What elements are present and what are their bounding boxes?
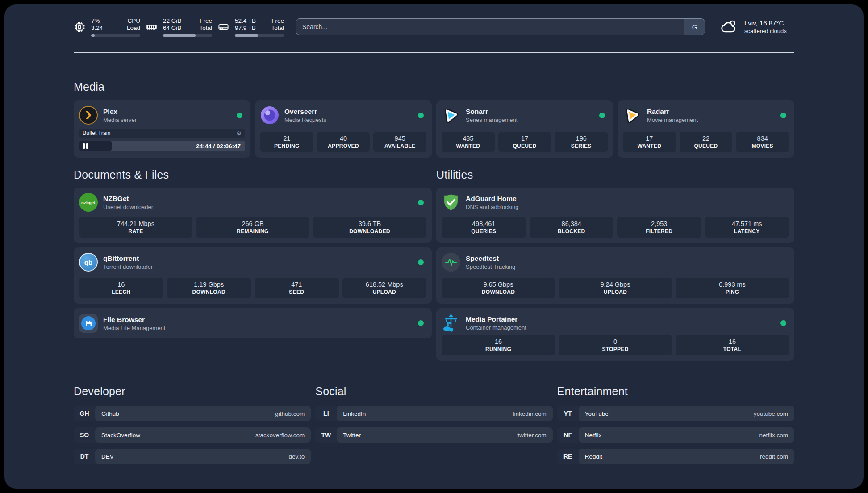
app-desc: Usenet downloader — [103, 204, 153, 211]
cpu-label: CPU — [127, 17, 140, 25]
stat-tile: 471SEED — [255, 278, 339, 298]
link-row-youtube[interactable]: YT YouTubeyoutube.com — [557, 406, 794, 421]
search-input[interactable] — [296, 19, 684, 35]
app-desc: Torrent downloader — [103, 263, 153, 271]
link-abbr: RE — [557, 449, 579, 464]
status-dot — [780, 113, 786, 118]
stat-tile: 39.6 TBDOWNLOADED — [313, 217, 426, 238]
link-abbr: DT — [74, 449, 95, 464]
link-name: StackOverflow — [101, 432, 140, 439]
app-card-adguard[interactable]: AdGuard Home DNS and adblocking 498,461Q… — [436, 188, 794, 243]
ram-progress-bar — [163, 34, 212, 37]
link-abbr: GH — [74, 406, 95, 421]
disk-total-label: Total — [271, 25, 284, 32]
documents-column: Documents & Files nzbget NZBGet Usenet d… — [74, 168, 432, 338]
app-card-speedtest[interactable]: Speedtest Speedtest Tracking 9.65 GbpsDO… — [436, 247, 794, 304]
media-cards-row: Plex Media server Bullet Train ⚙ 24:44 /… — [74, 100, 794, 158]
cpu-stat: 7%3.24 CPULoad — [74, 17, 140, 37]
developer-links: Developer GH Githubgithub.com SO StackOv… — [74, 385, 311, 470]
app-card-qbittorrent[interactable]: qb qBittorrent Torrent downloader 16LEEC… — [74, 247, 432, 304]
stat-tile: 47.571 msLATENCY — [705, 217, 789, 238]
app-name: Speedtest — [466, 254, 515, 263]
status-dot — [599, 113, 605, 118]
stat-tile: 16RUNNING — [442, 335, 555, 355]
app-desc: DNS and adblocking — [466, 204, 519, 211]
link-name: YouTube — [585, 410, 609, 417]
app-desc: Media server — [103, 117, 137, 124]
disk-total: 97.9 TB — [235, 25, 256, 32]
stat-tile: 834MOVIES — [736, 132, 789, 152]
link-row-reddit[interactable]: RE Redditreddit.com — [557, 449, 794, 464]
adguard-icon — [442, 193, 460, 212]
status-dot — [418, 113, 424, 118]
cloud-icon — [718, 18, 739, 36]
app-name: AdGuard Home — [466, 194, 519, 203]
link-abbr: YT — [557, 406, 579, 421]
link-abbr: TW — [315, 427, 337, 443]
app-name: Overseerr — [284, 107, 326, 116]
topbar: 7%3.24 CPULoad 22 GiB64 GiB FreeTotal — [74, 14, 794, 39]
link-url: github.com — [275, 410, 305, 417]
link-url: stackoverflow.com — [255, 432, 305, 439]
stat-tile: 0.993 msPING — [676, 278, 789, 298]
filebrowser-icon — [79, 314, 98, 333]
now-playing-title: Bullet Train — [83, 130, 111, 136]
ram-free-label: Free — [199, 17, 212, 25]
stat-tile: 9.65 GbpsDOWNLOAD — [442, 278, 555, 298]
cpu-progress-bar — [91, 34, 140, 37]
app-card-sonarr[interactable]: Sonarr Series management 485WANTED 17QUE… — [436, 100, 613, 158]
link-row-github[interactable]: GH Githubgithub.com — [74, 406, 311, 421]
qbittorrent-icon: qb — [79, 253, 98, 272]
link-name: Netflix — [585, 432, 602, 439]
cpu-usage: 7% — [91, 17, 103, 25]
now-playing-row: Bullet Train ⚙ — [79, 129, 245, 138]
stat-tile: 2,953FILTERED — [617, 217, 701, 238]
app-card-radarr[interactable]: Radarr Movie management 17WANTED 22QUEUE… — [618, 100, 794, 158]
plex-icon — [79, 106, 98, 125]
stat-tile: 86,384BLOCKED — [530, 217, 614, 238]
link-url: reddit.com — [760, 453, 788, 460]
status-dot — [237, 113, 242, 118]
app-card-plex[interactable]: Plex Media server Bullet Train ⚙ 24:44 /… — [74, 100, 250, 158]
link-row-netflix[interactable]: NF Netflixnetflix.com — [557, 427, 794, 443]
stat-tile: 266 GBREMAINING — [196, 217, 309, 238]
section-title-entertainment: Entertainment — [557, 385, 794, 398]
app-card-filebrowser[interactable]: File Browser Media File Management — [74, 308, 432, 338]
app-name: Sonarr — [466, 107, 517, 116]
stat-tile: 16LEECH — [79, 278, 163, 298]
link-url: dev.to — [289, 453, 305, 460]
stat-tile: 1.19 GbpsDOWNLOAD — [167, 278, 251, 298]
weather-condition: scattered clouds — [744, 27, 787, 35]
disk-free-label: Free — [271, 17, 284, 25]
link-abbr: SO — [74, 427, 95, 443]
topbar-divider — [74, 52, 794, 53]
search-engine-button[interactable]: G — [684, 19, 705, 35]
app-card-overseerr[interactable]: Overseerr Media Requests 21PENDING 40APP… — [255, 100, 432, 158]
link-row-twitter[interactable]: TW Twittertwitter.com — [315, 427, 552, 443]
sonarr-icon — [442, 106, 460, 125]
ram-icon — [146, 21, 158, 33]
link-abbr: NF — [557, 427, 579, 443]
stat-tile: 485WANTED — [442, 132, 495, 152]
portainer-icon — [442, 313, 460, 332]
link-name: LinkedIn — [343, 410, 366, 417]
link-row-linkedin[interactable]: LI LinkedInlinkedin.com — [315, 406, 552, 421]
link-url: twitter.com — [517, 432, 547, 439]
link-row-dev[interactable]: DT DEVdev.to — [74, 449, 311, 464]
pause-icon[interactable] — [83, 143, 88, 149]
link-url: youtube.com — [754, 410, 788, 417]
playback-time: 24:44 / 02:06:47 — [196, 141, 241, 151]
entertainment-links: Entertainment YT YouTubeyoutube.com NF N… — [557, 385, 794, 470]
stat-tile: 40APPROVED — [317, 132, 370, 152]
social-links: Social LI LinkedInlinkedin.com TW Twitte… — [315, 385, 552, 470]
app-desc: Movie management — [647, 117, 698, 124]
gear-icon[interactable]: ⚙ — [236, 130, 242, 136]
app-card-portainer[interactable]: Media Portainer Container management 16R… — [436, 308, 794, 361]
app-card-nzbget[interactable]: nzbget NZBGet Usenet downloader 744.21 M… — [74, 188, 432, 243]
app-desc: Speedtest Tracking — [466, 263, 515, 271]
link-row-stackoverflow[interactable]: SO StackOverflowstackoverflow.com — [74, 427, 311, 443]
overseerr-icon — [260, 106, 279, 125]
playback-seek-bar[interactable]: 24:44 / 02:06:47 — [79, 141, 245, 151]
status-dot — [780, 320, 786, 326]
link-url: linkedin.com — [513, 410, 547, 417]
